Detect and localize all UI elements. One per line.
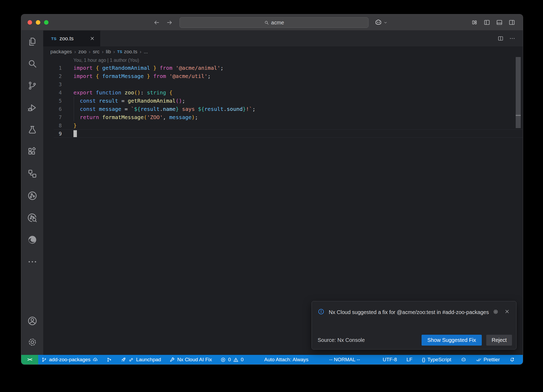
status-right: UTF-8LF{}TypeScriptPrettier: [383, 357, 523, 363]
close-tab-icon[interactable]: [90, 36, 95, 41]
nx-graph-icon[interactable]: [27, 212, 38, 223]
status-item-branch[interactable]: add-zoo-packages: [41, 357, 98, 363]
code-line[interactable]: 1import { getRandomAnimal } from '@acme/…: [43, 64, 523, 72]
status-item-notifications-bell[interactable]: [509, 357, 515, 363]
status-item-problems[interactable]: 00: [220, 357, 243, 363]
code-line[interactable]: 7 return formatMessage('ZOO', message);: [43, 113, 523, 121]
boxes-icon[interactable]: [27, 168, 38, 179]
code-text: [62, 130, 77, 137]
breadcrumb-separator: ›: [74, 49, 76, 55]
line-number: 2: [43, 73, 62, 79]
breadcrumb-item-zoo[interactable]: zoo: [78, 49, 86, 55]
breadcrumb-item-packages[interactable]: packages: [50, 49, 72, 55]
status-text: Launchpad: [136, 357, 161, 363]
panel-bottom-icon[interactable]: [496, 19, 503, 26]
indent-guide: [74, 97, 74, 121]
beaker-icon[interactable]: [27, 124, 38, 135]
line-number: 3: [43, 81, 62, 87]
extensions-icon[interactable]: [27, 146, 38, 157]
copilot-icon[interactable]: [374, 19, 382, 27]
breadcrumb-item-src[interactable]: src: [93, 49, 99, 55]
line-number: 8: [43, 123, 62, 128]
show-suggested-fix-button[interactable]: Show Suggested Fix: [422, 335, 482, 346]
minimize-window-button[interactable]: [36, 20, 40, 25]
command-center-search[interactable]: acme: [179, 17, 369, 28]
notification-close-icon[interactable]: [504, 309, 510, 314]
status-item-prettier[interactable]: Prettier: [476, 357, 500, 363]
gear-icon[interactable]: [27, 337, 38, 347]
code-line[interactable]: 2import { formatMessage } from '@acme/ut…: [43, 72, 523, 80]
status-item-encoding[interactable]: UTF-8: [383, 357, 397, 363]
ellipsis-icon[interactable]: [27, 256, 38, 267]
status-item-nx-cloud-ai-fix[interactable]: Nx Cloud AI Fix: [169, 357, 212, 363]
scrollbar-cursor-marker: [516, 115, 521, 116]
traffic-lights: [28, 14, 49, 31]
line-number: 4: [43, 90, 62, 95]
status-text: 0: [228, 357, 231, 363]
history-nav: [153, 14, 173, 31]
status-item-language[interactable]: {}TypeScript: [422, 357, 451, 363]
status-item-copilot-status[interactable]: [461, 357, 466, 363]
source-control-icon[interactable]: [27, 80, 38, 91]
status-item-eol[interactable]: LF: [406, 357, 412, 363]
breadcrumb-item--[interactable]: ...: [144, 49, 148, 55]
status-item-commits[interactable]: [107, 357, 112, 363]
arrow-left-icon[interactable]: [153, 19, 160, 26]
breadcrumb-item-zoo-ts[interactable]: TSzoo.ts: [117, 49, 137, 55]
status-item-auto-attach[interactable]: Auto Attach: Always: [264, 357, 308, 363]
code-line[interactable]: 9: [54, 129, 523, 138]
vscode-window: acme TS zoo.ts packages›zo: [21, 14, 523, 364]
code-line[interactable]: 4export function zoo(): string {: [43, 88, 523, 97]
files-icon[interactable]: [27, 36, 38, 47]
search-icon[interactable]: [27, 58, 38, 69]
status-text: LF: [406, 357, 412, 363]
layout-icon[interactable]: [471, 19, 478, 26]
ellipsis-icon[interactable]: [509, 35, 515, 42]
cloud-upload-icon: [93, 357, 98, 363]
remote-indicator[interactable]: ><: [21, 355, 38, 364]
code-line[interactable]: 8}: [43, 121, 523, 129]
editor-cursor: [73, 130, 77, 137]
code-text: }: [62, 122, 77, 129]
account-icon[interactable]: [27, 316, 38, 326]
nx-console-icon[interactable]: [27, 190, 38, 201]
status-item-launchpad[interactable]: Launchpad: [121, 357, 161, 363]
bell-dot-icon: [509, 357, 515, 363]
panel-left-icon[interactable]: [483, 19, 491, 26]
git-branch-icon: [41, 357, 47, 363]
editor-scrollbar[interactable]: [516, 57, 521, 128]
status-left: add-zoo-packagesLaunchpadNx Cloud AI Fix…: [41, 357, 383, 363]
line-number: 9: [54, 131, 62, 137]
code-line[interactable]: 3: [43, 80, 523, 88]
line-number: 7: [43, 114, 62, 120]
split-editor-icon[interactable]: [497, 35, 504, 42]
code-line[interactable]: 5 const result = getRandomAnimal();: [43, 97, 523, 105]
notification-settings-icon[interactable]: [493, 309, 499, 315]
status-text: Nx Cloud AI Fix: [177, 357, 212, 363]
status-text: TypeScript: [427, 357, 451, 363]
code-editor[interactable]: 1import { getRandomAnimal } from '@acme/…: [43, 64, 523, 138]
editor-actions: [497, 31, 515, 46]
status-item-vim-mode[interactable]: -- NORMAL --: [329, 357, 360, 363]
edge-icon[interactable]: [27, 234, 38, 245]
warning-icon: [233, 357, 239, 363]
screen: acme TS zoo.ts packages›zo: [0, 0, 543, 392]
code-line[interactable]: 6 const message = `${result.name} says $…: [43, 105, 523, 113]
search-value: acme: [271, 20, 284, 26]
zoom-window-button[interactable]: [44, 20, 49, 25]
chevron-down-icon[interactable]: [383, 20, 388, 25]
copilot-menu[interactable]: [374, 14, 388, 31]
close-window-button[interactable]: [28, 20, 32, 25]
breadcrumb-item-lib[interactable]: lib: [106, 49, 111, 55]
tab-zoo-ts[interactable]: TS zoo.ts: [43, 31, 100, 46]
tab-label: zoo.ts: [59, 36, 73, 42]
breadcrumb-separator: ›: [102, 49, 103, 55]
info-icon: [318, 308, 325, 315]
breadcrumb-separator: ›: [140, 49, 141, 55]
debug-icon[interactable]: [27, 102, 38, 113]
copilot-icon: [461, 357, 466, 363]
typescript-file-icon: TS: [51, 36, 56, 41]
arrow-right-icon[interactable]: [166, 19, 173, 26]
reject-button[interactable]: Reject: [486, 335, 512, 346]
panel-right-icon[interactable]: [508, 19, 515, 26]
